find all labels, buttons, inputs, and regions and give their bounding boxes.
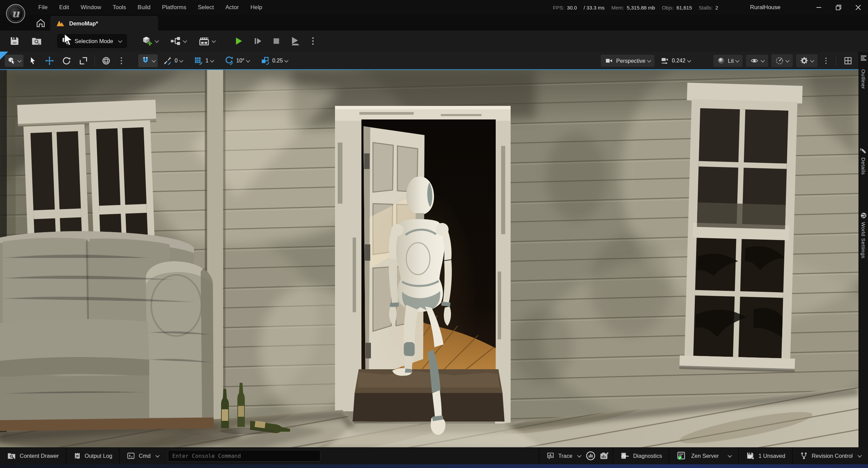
menu-item-window[interactable]: Window (75, 4, 107, 11)
tab-world-settings[interactable]: World Settings (860, 222, 866, 259)
show-flags-dropdown[interactable] (746, 55, 768, 67)
save-button[interactable] (6, 34, 23, 48)
main-toolbar: Selection Mode (0, 31, 868, 52)
select-tool-button[interactable] (26, 54, 40, 67)
active-viewport-highlight (0, 69, 859, 70)
insights-circle-icon (586, 451, 596, 461)
tab-outliner[interactable]: Outliner (860, 69, 866, 89)
couch-actor[interactable] (0, 231, 214, 431)
world-coordinate-globe-icon[interactable] (99, 54, 113, 67)
surface-snapping-dropdown[interactable] (138, 54, 158, 67)
menu-item-help[interactable]: Help (244, 4, 268, 11)
rotation-snap-control[interactable]: 10° (222, 54, 252, 67)
viewport-layout-button[interactable] (841, 54, 855, 67)
viewport-selection-mode-dropdown[interactable] (5, 55, 23, 67)
play-button[interactable] (230, 34, 247, 49)
scale-tool-button[interactable] (76, 54, 91, 67)
viewport-performance-dropdown[interactable] (771, 54, 793, 67)
viewport-tools-ellipsis-icon[interactable] (116, 54, 127, 67)
status-bar-right: Trace Diagnostics (539, 447, 868, 464)
chevron-down-icon (246, 58, 250, 62)
scale-snap-control[interactable]: 0.25 (258, 54, 290, 67)
tab-details[interactable]: Details (860, 157, 866, 175)
grid-snap-control[interactable]: 1 (191, 54, 216, 67)
minimize-button[interactable] (813, 2, 825, 13)
output-log-icon (73, 451, 81, 460)
chevron-down-icon (183, 38, 187, 43)
menu-item-edit[interactable]: Edit (53, 4, 75, 11)
performance-stats: FPS: 30.0 / 33.3 ms Mem: 5,315.88 mb Obj… (553, 0, 722, 15)
unreal-engine-logo-icon[interactable]: u (5, 3, 26, 24)
quad-view-icon (843, 56, 853, 65)
diagnostics-heartbeat-icon (620, 451, 630, 460)
output-log-label: Output Log (85, 453, 113, 459)
close-button[interactable] (852, 2, 864, 13)
chevron-down-icon (152, 58, 156, 62)
chevron-down-icon (155, 38, 159, 43)
console-command-input[interactable] (168, 450, 320, 462)
content-drawer-button[interactable]: Content Drawer (0, 447, 66, 464)
menu-item-actor[interactable]: Actor (220, 4, 245, 11)
revision-control-dropdown[interactable]: Revision Control (793, 447, 868, 464)
sidebar-toggle-icon[interactable] (860, 54, 867, 62)
cmd-label: Cmd (139, 453, 151, 459)
frame-skip-button[interactable] (249, 34, 266, 48)
zen-server-dropdown[interactable]: Zen Server (669, 447, 738, 464)
world-settings-globe-icon[interactable] (860, 212, 867, 219)
blueprints-button[interactable] (167, 34, 190, 49)
move-tool-button[interactable] (42, 54, 57, 67)
tab-demomap[interactable]: DemoMap* (50, 16, 158, 31)
gear-icon (800, 56, 809, 65)
camera-speed-control[interactable]: 0.242 (658, 55, 693, 67)
diagnostics-button[interactable]: Diagnostics (613, 447, 669, 464)
selection-mode-label: Selection Mode (75, 38, 113, 44)
view-mode-dropdown[interactable]: Lit (713, 55, 743, 67)
menu-item-file[interactable]: File (33, 4, 53, 11)
trace-chart-icon (546, 452, 555, 460)
threshold (353, 369, 505, 422)
viewport-options-ellipsis-icon[interactable] (821, 55, 831, 67)
zen-server-label: Zen Server (691, 453, 719, 459)
chevron-down-icon (687, 58, 691, 62)
chevron-down-icon (179, 58, 183, 62)
play-controls (230, 34, 320, 49)
launch-button[interactable] (287, 34, 304, 49)
menu-item-platforms[interactable]: Platforms (156, 4, 192, 11)
cinematics-button[interactable] (195, 34, 218, 49)
viewport-toolbar: 0 1 10° 0.25 (0, 52, 859, 70)
content-browser-button[interactable] (28, 34, 45, 48)
trace-snapshot-button[interactable] (598, 447, 613, 464)
stalls-label: Stalls: (699, 5, 713, 11)
viewport-scene[interactable] (0, 70, 859, 447)
perspective-dropdown[interactable]: Perspective (601, 55, 654, 67)
add-actor-button[interactable] (139, 34, 161, 49)
menu-item-build[interactable]: Build (132, 4, 156, 11)
chevron-down-icon (735, 58, 739, 62)
camera-speed-icon (660, 56, 670, 65)
rotate-tool-button[interactable] (59, 54, 74, 67)
console-icon (126, 452, 135, 460)
trace-dropdown[interactable]: Trace (539, 447, 584, 464)
stop-button[interactable] (268, 34, 284, 48)
play-options-ellipsis-icon[interactable] (306, 34, 320, 48)
details-pencil-icon[interactable] (860, 147, 867, 155)
tab-label: DemoMap* (69, 20, 98, 27)
viewport-settings-dropdown[interactable] (796, 54, 817, 67)
surface-snap-value: 0 (175, 58, 178, 64)
surface-snap-offset-control[interactable]: 0 (160, 54, 185, 67)
scale-snap-value: 0.25 (272, 58, 283, 64)
revision-branch-icon (800, 451, 808, 460)
cmd-dropdown[interactable]: Cmd (120, 447, 166, 464)
restore-button[interactable] (833, 2, 844, 13)
output-log-button[interactable]: Output Log (66, 447, 119, 464)
objs-value: 61,615 (676, 5, 692, 11)
insights-button[interactable] (584, 447, 598, 464)
menu-item-tools[interactable]: Tools (107, 4, 132, 11)
unsaved-button[interactable]: 1 Unsaved (739, 447, 792, 464)
chevron-down-icon (810, 58, 814, 62)
chevron-down-icon (647, 58, 651, 62)
level-icon (56, 19, 65, 28)
menu-item-select[interactable]: Select (192, 4, 219, 11)
home-icon[interactable] (35, 18, 46, 29)
right-window-actor[interactable] (679, 83, 803, 372)
